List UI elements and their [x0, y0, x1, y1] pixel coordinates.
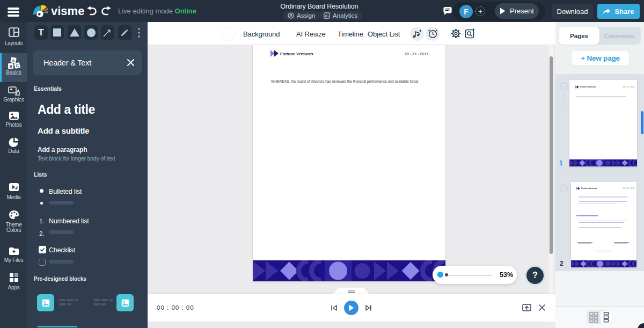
- svg-text:B: B: [9, 64, 12, 69]
